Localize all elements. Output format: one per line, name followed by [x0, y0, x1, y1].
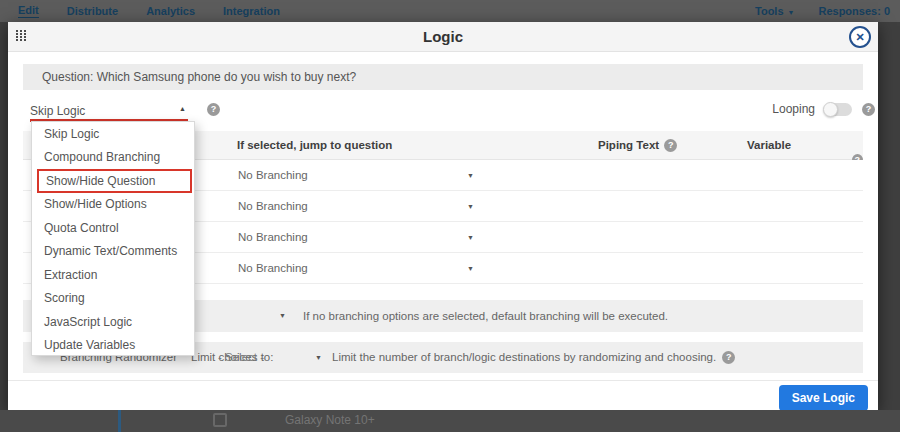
- logic-type-value: Skip Logic: [30, 104, 85, 118]
- dropdown-item-javascript-logic[interactable]: JavaScript Logic: [32, 310, 194, 334]
- branching-select[interactable]: No Branching: [238, 253, 308, 284]
- footer-divider: [8, 380, 878, 381]
- dimmed-background-page: Galaxy Note 10+: [0, 410, 900, 432]
- header-jump-to-question: If selected, jump to question: [237, 131, 392, 160]
- header-piping-text: Piping Text ?: [598, 131, 677, 160]
- question-accent-line: [118, 410, 121, 432]
- chevron-down-icon[interactable]: ▼: [467, 253, 474, 284]
- randomizer-help-icon[interactable]: ?: [722, 351, 735, 364]
- tools-label: Tools: [755, 5, 784, 17]
- looping-label: Looping: [772, 102, 815, 116]
- chevron-down-icon[interactable]: ▼: [279, 300, 286, 332]
- answer-option-label: Galaxy Note 10+: [285, 413, 375, 427]
- drag-handle-icon[interactable]: [16, 30, 27, 44]
- logic-modal: Logic ✕ Question: Which Samsung phone do…: [8, 22, 878, 410]
- branching-select[interactable]: No Branching: [238, 160, 308, 191]
- dropdown-item-extraction[interactable]: Extraction: [32, 263, 194, 287]
- chevron-up-icon: ▲: [179, 105, 186, 112]
- chevron-down-icon[interactable]: ▼: [467, 191, 474, 222]
- chevron-down-icon[interactable]: ▼: [315, 342, 322, 373]
- logic-type-select[interactable]: Skip Logic ▲: [30, 101, 188, 118]
- looping-control: Looping ?: [772, 102, 875, 116]
- randomizer-note-text: Limit the number of branch/logic destina…: [332, 342, 716, 373]
- top-nav: Edit Distribute Analytics Integration To…: [0, 0, 900, 22]
- answer-checkbox[interactable]: [213, 413, 227, 427]
- close-icon[interactable]: ✕: [849, 26, 871, 48]
- tools-menu[interactable]: Tools▼: [755, 5, 794, 18]
- save-logic-button[interactable]: Save Logic: [779, 385, 868, 411]
- dropdown-item-scoring[interactable]: Scoring: [32, 287, 194, 311]
- nav-tab-integration[interactable]: Integration: [223, 5, 280, 18]
- responses-count[interactable]: Responses: 0: [818, 5, 890, 18]
- chevron-down-icon: ▼: [788, 9, 795, 16]
- logic-type-help-icon[interactable]: ?: [207, 103, 220, 116]
- modal-title: Logic: [8, 22, 878, 52]
- chevron-down-icon[interactable]: ▼: [467, 160, 474, 191]
- toggle-knob: [823, 102, 838, 117]
- piping-text-help-icon[interactable]: ?: [664, 139, 677, 152]
- nav-right-group: Tools▼ Responses: 0: [755, 0, 890, 22]
- nav-tab-analytics[interactable]: Analytics: [146, 5, 195, 18]
- nav-tab-distribute[interactable]: Distribute: [67, 5, 118, 18]
- dropdown-item-skip-logic[interactable]: Skip Logic: [32, 122, 194, 146]
- dropdown-item-show-hide-options[interactable]: Show/Hide Options: [32, 193, 194, 217]
- modal-header: Logic ✕: [8, 22, 878, 52]
- chevron-down-icon[interactable]: ▼: [467, 222, 474, 253]
- logic-type-dropdown-menu: Skip Logic Compound Branching Show/Hide …: [31, 121, 195, 356]
- randomizer-note: Limit the number of branch/logic destina…: [332, 342, 735, 373]
- branching-select[interactable]: No Branching: [238, 191, 308, 222]
- dropdown-item-update-variables[interactable]: Update Variables: [32, 334, 194, 358]
- piping-text-label: Piping Text: [598, 131, 659, 160]
- looping-toggle[interactable]: [825, 103, 852, 116]
- nav-tab-edit[interactable]: Edit: [18, 4, 39, 18]
- dropdown-item-show-hide-question[interactable]: Show/Hide Question: [37, 169, 192, 193]
- dropdown-item-compound-branching[interactable]: Compound Branching: [32, 146, 194, 170]
- looping-help-icon[interactable]: ?: [862, 103, 875, 116]
- question-label: Question: Which Samsung phone do you wis…: [23, 64, 863, 90]
- default-branching-note: If no branching options are selected, de…: [303, 300, 668, 332]
- branching-select[interactable]: No Branching: [238, 222, 308, 253]
- randomizer-select[interactable]: - Select -: [218, 342, 264, 373]
- dropdown-item-quota-control[interactable]: Quota Control: [32, 216, 194, 240]
- dropdown-item-dynamic-text-comments[interactable]: Dynamic Text/Comments: [32, 240, 194, 264]
